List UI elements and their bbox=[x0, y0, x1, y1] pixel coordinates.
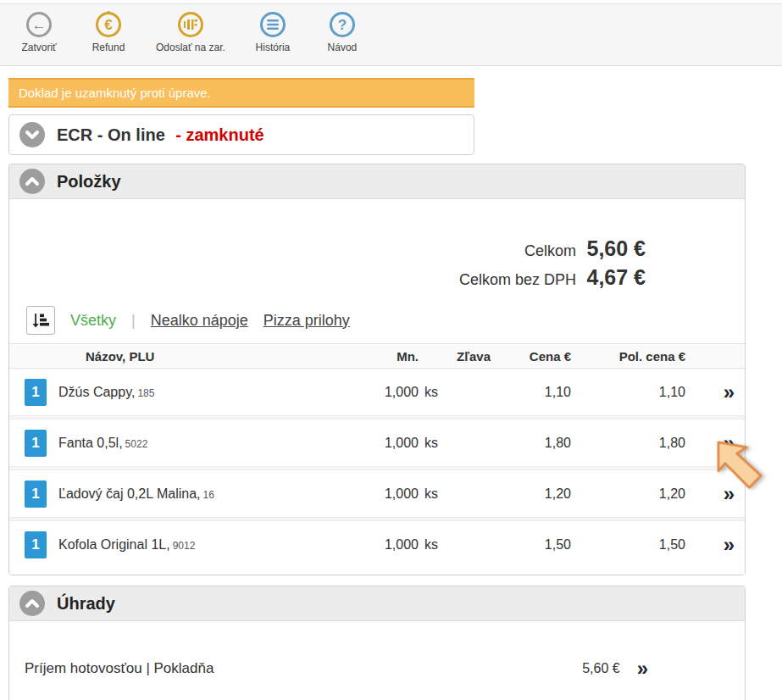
toolbar-label: Odoslať na zar. bbox=[156, 42, 225, 53]
header-qty: Mn. bbox=[351, 349, 419, 364]
chevron-up-icon[interactable] bbox=[19, 591, 45, 616]
filter-category-nealko[interactable]: Nealko nápoje bbox=[151, 312, 248, 330]
item-row: 1 Fanta 0,5l,5022 1,000 ks 1,80 1,80 » bbox=[9, 419, 745, 466]
item-row: 1 Kofola Original 1L,9012 1,000 ks 1,50 … bbox=[9, 521, 745, 568]
header-discount: Zľava bbox=[448, 349, 491, 364]
item-name: Džús Cappy, bbox=[58, 385, 135, 399]
toolbar: ← Zatvoriť ˆ € Refund Odoslať na zar. bbox=[0, 3, 782, 66]
ecr-title: ECR - On line bbox=[57, 125, 165, 144]
ecr-status-panel[interactable]: ECR - On line - zamknuté bbox=[8, 114, 474, 155]
help-button[interactable]: ? Návod bbox=[320, 12, 364, 53]
header-price: Cena € bbox=[491, 349, 571, 364]
item-name: Fanta 0,5l, bbox=[58, 436, 123, 450]
item-line-total: 1,80 bbox=[571, 436, 685, 451]
item-line-total: 1,10 bbox=[571, 385, 685, 400]
header-line-total: Pol. cena € bbox=[571, 349, 685, 364]
category-filter-row: Všetky | Nealko nápoje Pizza prilohy bbox=[9, 296, 745, 343]
quantity-badge: 1 bbox=[25, 379, 47, 406]
item-line-total: 1,20 bbox=[571, 486, 685, 502]
total-without-vat-label: Celkom bez DPH bbox=[459, 271, 576, 288]
item-line-total: 1,50 bbox=[571, 537, 685, 553]
item-qty: 1,000 bbox=[351, 385, 419, 400]
item-detail-chevron[interactable]: » bbox=[724, 482, 733, 505]
filter-all[interactable]: Všetky bbox=[70, 312, 116, 330]
refund-button[interactable]: ˆ € Refund bbox=[86, 12, 130, 53]
item-price: 1,10 bbox=[491, 385, 571, 400]
history-button[interactable]: História bbox=[251, 12, 295, 53]
total-value: 5,60 € bbox=[586, 236, 646, 260]
payments-panel: Úhrady Príjem hotovosťou | Pokladňa 5,60… bbox=[8, 586, 746, 700]
filter-category-pizza[interactable]: Pizza prilohy bbox=[263, 312, 350, 330]
item-unit: ks bbox=[419, 436, 448, 451]
total-line: Celkom bez DPH 4,67 € bbox=[9, 265, 646, 290]
items-panel: Položky Celkom 5,60 € Celkom bez DPH 4,6… bbox=[8, 164, 746, 575]
item-name: Ľadový čaj 0,2L Malina, bbox=[58, 486, 201, 501]
item-plu: 16 bbox=[203, 489, 214, 501]
payment-detail-chevron[interactable]: » bbox=[637, 658, 646, 679]
item-unit: ks bbox=[419, 486, 448, 502]
chevron-down-icon[interactable] bbox=[19, 122, 45, 147]
items-table-header: Názov, PLU Mn. Zľava Cena € Pol. cena € bbox=[9, 343, 745, 369]
item-plu: 5022 bbox=[125, 438, 148, 450]
filter-divider: | bbox=[131, 312, 136, 330]
toolbar-label: Refund bbox=[92, 42, 125, 53]
total-without-vat-value: 4,67 € bbox=[586, 265, 646, 289]
sort-button[interactable] bbox=[26, 306, 55, 335]
item-qty: 1,000 bbox=[351, 486, 419, 502]
send-to-device-button[interactable]: Odoslať na zar. bbox=[156, 12, 225, 53]
payment-amount: 5,60 € bbox=[582, 661, 619, 676]
item-qty: 1,000 bbox=[351, 436, 419, 451]
payment-row: Príjem hotovosťou | Pokladňa 5,60 € » bbox=[9, 621, 745, 700]
item-qty: 1,000 bbox=[351, 537, 419, 553]
chevron-up-icon[interactable] bbox=[19, 169, 45, 194]
item-unit: ks bbox=[419, 537, 448, 553]
ecr-locked-status: - zamknuté bbox=[175, 125, 263, 144]
toolbar-label: Návod bbox=[328, 42, 358, 53]
item-row: 1 Džús Cappy,185 1,000 ks 1,10 1,10 » bbox=[9, 369, 745, 415]
item-row: 1 Ľadový čaj 0,2L Malina,16 1,000 ks 1,2… bbox=[9, 470, 745, 517]
toolbar-label: Zatvoriť bbox=[21, 42, 56, 53]
quantity-badge: 1 bbox=[25, 481, 47, 508]
total-label: Celkom bbox=[524, 242, 576, 259]
back-arrow-icon: ← bbox=[26, 12, 52, 37]
send-to-device-icon bbox=[178, 12, 203, 37]
toolbar-label: História bbox=[256, 42, 291, 53]
item-plu: 9012 bbox=[173, 540, 196, 552]
item-name: Kofola Original 1L, bbox=[58, 537, 170, 552]
item-plu: 185 bbox=[137, 387, 154, 399]
payments-panel-title: Úhrady bbox=[57, 594, 115, 614]
item-price: 1,20 bbox=[491, 486, 571, 502]
close-button[interactable]: ← Zatvoriť bbox=[17, 12, 61, 53]
sort-icon bbox=[31, 311, 50, 330]
header-name-plu: Názov, PLU bbox=[58, 349, 351, 364]
payments-panel-header[interactable]: Úhrady bbox=[9, 586, 745, 621]
item-detail-chevron[interactable]: » bbox=[724, 533, 733, 556]
items-panel-header[interactable]: Položky bbox=[9, 164, 745, 199]
item-unit: ks bbox=[419, 385, 448, 400]
quantity-badge: 1 bbox=[25, 531, 47, 558]
totals-block: Celkom 5,60 € Celkom bez DPH 4,67 € bbox=[9, 199, 745, 296]
history-lines-icon bbox=[260, 12, 286, 37]
quantity-badge: 1 bbox=[25, 430, 47, 457]
item-price: 1,80 bbox=[491, 436, 571, 451]
help-question-icon: ? bbox=[330, 12, 355, 37]
payment-method-label: Príjem hotovosťou | Pokladňa bbox=[25, 660, 582, 677]
locked-document-banner: Doklad je uzamknutý proti úprave. bbox=[8, 78, 474, 108]
item-detail-chevron[interactable]: » bbox=[724, 381, 733, 403]
item-detail-chevron[interactable]: » bbox=[724, 431, 733, 454]
euro-hat-glyph: ˆ bbox=[107, 11, 110, 21]
total-line: Celkom 5,60 € bbox=[9, 236, 646, 261]
item-price: 1,50 bbox=[491, 537, 571, 553]
refund-euro-icon: ˆ € bbox=[96, 12, 121, 37]
items-panel-title: Položky bbox=[57, 172, 121, 192]
